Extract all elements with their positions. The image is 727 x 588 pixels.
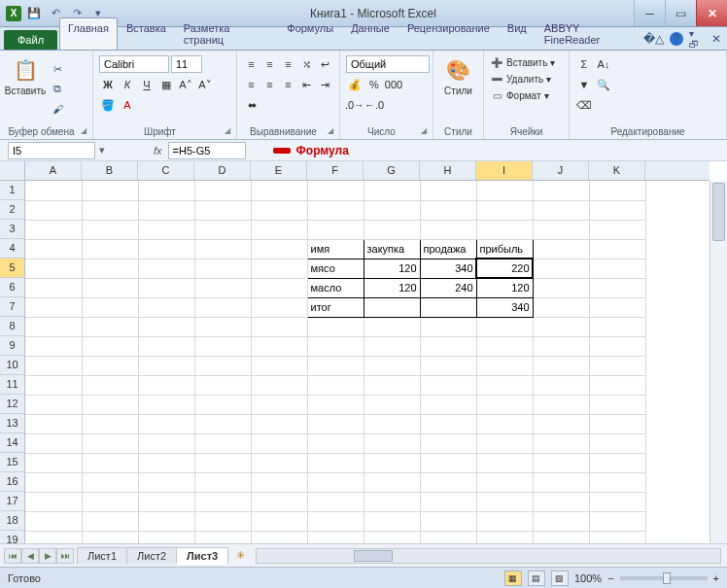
cell[interactable]	[533, 531, 589, 543]
cell[interactable]	[138, 220, 194, 239]
cell[interactable]	[420, 414, 476, 433]
dialog-launcher-icon[interactable]: ◢	[81, 126, 87, 135]
row-header[interactable]: 9	[0, 336, 24, 356]
cell[interactable]	[420, 356, 476, 375]
cell[interactable]	[194, 220, 251, 239]
cell[interactable]	[476, 336, 533, 356]
cell[interactable]	[251, 259, 307, 278]
cell[interactable]	[307, 472, 364, 492]
align-middle-icon[interactable]: ≡	[261, 55, 278, 73]
copy-icon[interactable]: ⧉	[49, 81, 66, 98]
insert-function-button[interactable]: fx	[148, 145, 168, 156]
cell[interactable]	[25, 395, 82, 414]
cell[interactable]	[476, 200, 533, 220]
cell[interactable]	[82, 453, 138, 472]
cell[interactable]	[82, 414, 138, 433]
cell[interactable]	[307, 453, 364, 472]
new-sheet-button[interactable]: ✳	[230, 548, 250, 564]
cell[interactable]	[25, 414, 82, 433]
cell[interactable]	[364, 200, 420, 220]
increase-decimal-icon[interactable]: .0→	[346, 96, 364, 114]
ribbon-tab-1[interactable]: Вставка	[118, 17, 175, 50]
cell[interactable]	[82, 259, 138, 278]
column-header[interactable]: F	[307, 161, 364, 180]
ribbon-tab-7[interactable]: ABBYY FineReader	[536, 17, 643, 50]
cell[interactable]	[82, 375, 138, 395]
cell[interactable]	[420, 297, 476, 317]
font-size-select[interactable]	[171, 55, 202, 73]
cell[interactable]	[138, 278, 194, 297]
cell[interactable]	[138, 453, 194, 472]
align-top-icon[interactable]: ≡	[243, 55, 260, 73]
row-header[interactable]: 16	[0, 472, 24, 492]
formula-input[interactable]	[168, 142, 246, 159]
decrease-indent-icon[interactable]: ⇤	[298, 76, 315, 93]
cells-area[interactable]: имязакупкапродажаприбыльмясо120340220мас…	[25, 181, 710, 543]
cell[interactable]	[364, 453, 420, 472]
window-restore-icon[interactable]: ▾ 🗗	[689, 28, 706, 50]
cell[interactable]	[194, 239, 251, 259]
cell[interactable]	[25, 433, 82, 453]
cell[interactable]	[25, 259, 82, 278]
cell[interactable]	[138, 414, 194, 433]
help-icon[interactable]: ?	[670, 32, 683, 46]
cell[interactable]	[476, 453, 533, 472]
cell[interactable]	[251, 278, 307, 297]
cell[interactable]	[533, 511, 589, 531]
bold-button[interactable]: Ж	[99, 76, 117, 93]
cell[interactable]	[82, 356, 138, 375]
ribbon-tab-3[interactable]: Формулы	[278, 17, 342, 50]
cell[interactable]	[138, 336, 194, 356]
fill-color-button[interactable]: 🪣	[99, 96, 117, 114]
cell[interactable]	[82, 220, 138, 239]
cell[interactable]: 240	[420, 278, 476, 297]
cell[interactable]	[25, 511, 82, 531]
cell[interactable]	[307, 531, 364, 543]
cell[interactable]	[589, 297, 645, 317]
cell[interactable]	[251, 492, 307, 511]
cell[interactable]	[138, 200, 194, 220]
row-header[interactable]: 19	[0, 531, 24, 543]
cell[interactable]	[25, 200, 82, 220]
cell[interactable]	[194, 317, 251, 336]
cell[interactable]	[589, 395, 645, 414]
cell[interactable]	[364, 375, 420, 395]
cell[interactable]	[25, 336, 82, 356]
cell[interactable]: прибыль	[476, 239, 533, 259]
align-left-icon[interactable]: ≡	[243, 76, 260, 93]
cell[interactable]: 340	[420, 259, 476, 278]
column-header[interactable]: G	[364, 161, 420, 180]
cell[interactable]	[251, 531, 307, 543]
format-cells-button[interactable]: ▭Формат ▾	[490, 88, 563, 102]
row-header[interactable]: 15	[0, 453, 24, 472]
sheet-tab[interactable]: Лист2	[126, 547, 177, 565]
cell[interactable]: 120	[364, 259, 420, 278]
cell[interactable]	[420, 511, 476, 531]
cell[interactable]	[476, 511, 533, 531]
cell[interactable]	[476, 414, 533, 433]
cell[interactable]	[138, 395, 194, 414]
cell[interactable]	[251, 453, 307, 472]
wrap-text-icon[interactable]: ↩	[317, 55, 333, 73]
find-icon[interactable]: 🔍	[595, 76, 612, 93]
cell[interactable]	[589, 375, 645, 395]
cell[interactable]	[25, 375, 82, 395]
cell[interactable]	[307, 181, 364, 200]
row-header[interactable]: 8	[0, 317, 24, 336]
row-header[interactable]: 5	[0, 259, 24, 278]
cell[interactable]	[533, 492, 589, 511]
cell[interactable]	[476, 472, 533, 492]
cell[interactable]	[307, 356, 364, 375]
row-header[interactable]: 1	[0, 181, 24, 200]
row-header[interactable]: 3	[0, 220, 24, 239]
cell[interactable]	[194, 531, 251, 543]
cell[interactable]	[533, 317, 589, 336]
cell[interactable]: 120	[364, 278, 420, 297]
increase-font-icon[interactable]: A˄	[177, 76, 194, 93]
cell[interactable]	[533, 259, 589, 278]
ribbon-tab-6[interactable]: Вид	[499, 17, 536, 50]
horizontal-scrollbar[interactable]	[256, 548, 721, 564]
cell[interactable]	[364, 220, 420, 239]
cell[interactable]	[138, 181, 194, 200]
cell[interactable]	[194, 511, 251, 531]
